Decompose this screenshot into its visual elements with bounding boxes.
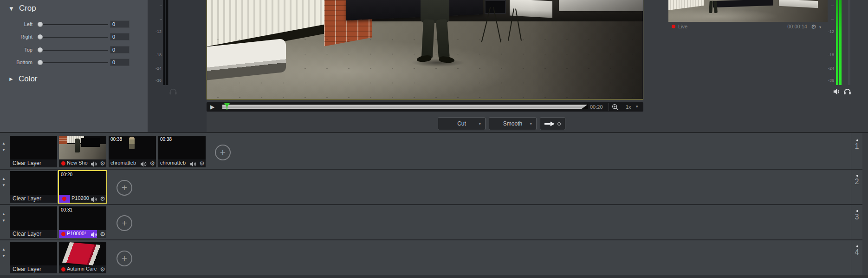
crop-bottom-slider-track[interactable]: [39, 62, 108, 63]
scene-monitor: [485, 0, 506, 14]
live-gear-dropdown-icon[interactable]: ▾: [819, 25, 821, 29]
crop-left-slider-thumb[interactable]: [38, 22, 43, 27]
clear-layer-tile[interactable]: Clear Layer: [10, 136, 57, 167]
meter-label: -18: [820, 53, 834, 57]
move-layer-up-button[interactable]: ▲: [2, 177, 6, 181]
thumb-person: [75, 139, 80, 152]
clear-layer-thumbnail: [10, 171, 57, 195]
clear-layer-tile[interactable]: Clear Layer: [10, 206, 57, 238]
crop-left-slider-track[interactable]: [39, 24, 108, 25]
layer-number: 2: [851, 178, 863, 186]
scene-presenter: [415, 0, 459, 74]
clip-duration: 00:20: [61, 172, 72, 177]
presenter-leg: [436, 19, 450, 59]
crop-right-label: Right: [0, 34, 32, 40]
clip-duration: 00:38: [160, 137, 172, 142]
clip-chromatteb-2[interactable]: 00:38 chromatteb ⚙: [158, 136, 206, 167]
live-timecode: 00:00:14: [787, 24, 807, 29]
transition-smooth-button[interactable]: Smooth ▾: [489, 117, 537, 130]
clear-layer-tile[interactable]: Clear Layer: [10, 242, 57, 273]
thumb-red-ribbon: [62, 242, 102, 265]
send-to-output-button[interactable]: [540, 117, 565, 130]
clear-layer-thumbnail: [10, 206, 57, 230]
clip-new-sho[interactable]: New Sho ⚙: [59, 136, 106, 167]
color-section-header[interactable]: ► Color: [8, 74, 38, 84]
expand-icon: ►: [8, 76, 14, 82]
playback-speed[interactable]: 1x: [626, 104, 631, 110]
tile-label-bar: Clear Layer: [10, 265, 57, 273]
move-layer-up-button[interactable]: ▲: [2, 212, 6, 216]
crop-top-slider-track[interactable]: [39, 50, 108, 51]
crop-right-value[interactable]: 0: [110, 33, 130, 40]
live-record-dot-icon: [672, 25, 675, 28]
crop-bottom-label: Bottom: [0, 60, 32, 65]
crop-right-slider-track[interactable]: [39, 37, 108, 38]
crop-right-slider-thumb[interactable]: [38, 34, 43, 40]
timeline-zoom-icon[interactable]: [612, 104, 619, 113]
speaker-icon[interactable]: [91, 196, 97, 203]
crop-bottom-slider-thumb[interactable]: [38, 60, 43, 65]
speaker-icon[interactable]: [91, 160, 97, 167]
gear-icon[interactable]: ⚙: [149, 159, 155, 167]
speaker-icon[interactable]: [91, 231, 97, 238]
add-clip-button[interactable]: +: [117, 180, 132, 196]
clip-duration: 00:31: [61, 207, 72, 212]
clip-p10200-selected[interactable]: 00:20 P10200 ⚙: [59, 171, 106, 203]
live-output-thumbnail[interactable]: [668, 0, 828, 22]
add-clip-button[interactable]: +: [117, 215, 132, 231]
playhead-marker[interactable]: [224, 103, 230, 107]
crop-right-row: Right 0: [0, 33, 148, 41]
clip-p10000[interactable]: 00:31 P10000! ⚙: [59, 206, 106, 238]
move-layer-down-button[interactable]: ▼: [2, 218, 6, 223]
master-meter-secondary: [848, 0, 850, 85]
clear-layer-tile[interactable]: Clear Layer: [10, 171, 57, 203]
move-layer-up-button[interactable]: ▲: [2, 141, 6, 146]
timeline-scrollbar[interactable]: [862, 133, 868, 278]
headphones-icon[interactable]: [169, 88, 177, 97]
clip-chromatteb-1[interactable]: 00:38 chromatteb ⚙: [109, 136, 156, 167]
crop-top-value[interactable]: 0: [110, 46, 130, 53]
gear-icon[interactable]: ⚙: [199, 159, 205, 167]
clear-layer-thumbnail: [10, 242, 57, 265]
seek-bar[interactable]: [222, 104, 588, 109]
crop-bottom-value[interactable]: 0: [110, 59, 130, 66]
add-clip-button[interactable]: +: [117, 251, 132, 266]
gear-icon[interactable]: ⚙: [100, 265, 105, 273]
crop-top-slider-thumb[interactable]: [38, 47, 43, 53]
move-layer-down-button[interactable]: ▼: [2, 254, 6, 258]
move-layer-down-button[interactable]: ▼: [2, 148, 6, 152]
preview-video-monitor[interactable]: [207, 0, 643, 99]
gear-icon[interactable]: ⚙: [100, 159, 105, 167]
speaker-icon[interactable]: [833, 88, 841, 97]
crop-left-value[interactable]: 0: [110, 20, 130, 28]
gear-icon[interactable]: ⚙: [100, 230, 105, 238]
transition-cut-button[interactable]: Cut ▾: [438, 117, 486, 130]
smooth-dropdown-icon[interactable]: ▾: [530, 121, 532, 126]
add-clip-button[interactable]: +: [215, 145, 231, 160]
speed-dropdown-icon[interactable]: ▾: [636, 104, 638, 109]
speaker-icon[interactable]: [190, 160, 196, 167]
crop-section-header[interactable]: ▼ Crop: [8, 4, 36, 13]
clip-autumn-card[interactable]: Autumn Carc ⚙: [59, 242, 106, 273]
meter-label: -36: [148, 78, 162, 83]
move-layer-up-button[interactable]: ▲: [2, 247, 6, 252]
record-dot-icon: [61, 161, 65, 165]
crop-left-row: Left 0: [0, 20, 148, 28]
tile-label-bar: Clear Layer: [10, 159, 57, 167]
headphones-icon[interactable]: [843, 88, 851, 97]
master-meter-bar-left: [836, 0, 838, 85]
tile-label-bar: New Sho ⚙: [59, 159, 106, 167]
layer-indicator-dot: [856, 245, 858, 247]
play-button[interactable]: ▶: [210, 104, 214, 110]
live-gear-icon[interactable]: ⚙: [811, 23, 816, 30]
meter-label: -24: [148, 66, 162, 71]
live-scene-leg: [709, 1, 713, 13]
speaker-icon[interactable]: [141, 160, 147, 167]
live-status-bar: Live 00:00:14 ⚙ ▾: [668, 23, 828, 31]
gear-icon[interactable]: ⚙: [100, 195, 105, 203]
layer-row-2: ▲ ▼ Clear Layer 00:20 P10200 ⚙ + 2: [0, 170, 868, 204]
cut-dropdown-icon[interactable]: ▾: [479, 121, 481, 126]
clip-title: chromatteb: [110, 160, 139, 165]
move-layer-down-button[interactable]: ▼: [2, 183, 6, 187]
clip-time-readout: 00:20: [590, 104, 607, 110]
